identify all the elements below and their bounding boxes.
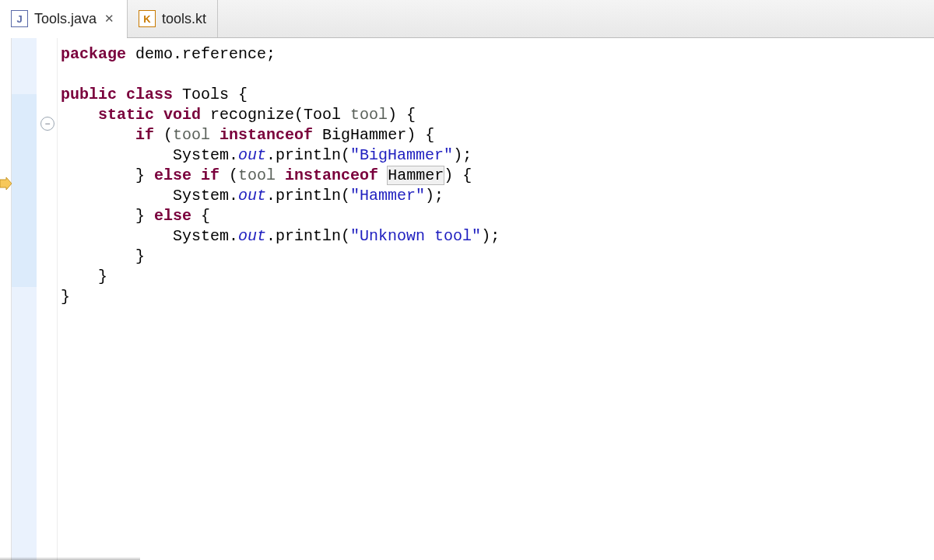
code-line: static void recognize(Tool tool) { <box>61 106 416 124</box>
code-line: } <box>61 288 70 306</box>
code-line: } else if (tool instanceof Hammer) { <box>61 166 472 184</box>
code-line: System.out.println("Unknown tool"); <box>61 227 500 245</box>
code-line <box>61 65 70 83</box>
code-line: } <box>61 268 107 285</box>
java-file-icon: J <box>11 10 28 27</box>
code-line: System.out.println("BigHammer"); <box>61 146 472 164</box>
code-line: System.out.println("Hammer"); <box>61 187 444 205</box>
tab-tools-java[interactable]: J Tools.java ✕ <box>0 0 128 37</box>
tab-label: tools.kt <box>162 11 206 27</box>
code-line: public class Tools { <box>61 86 248 103</box>
tab-label: Tools.java <box>34 11 97 27</box>
code-area[interactable]: package demo.reference; public class Too… <box>58 38 934 560</box>
highlighted-token-hammer: Hammer <box>388 166 444 184</box>
tab-bar: J Tools.java ✕ K tools.kt <box>0 0 934 38</box>
annotation-ruler <box>0 38 12 560</box>
execution-pointer-icon <box>0 177 12 191</box>
bottom-shadow <box>0 557 140 560</box>
close-icon[interactable]: ✕ <box>103 12 116 26</box>
code-line: } else { <box>61 207 210 225</box>
change-region <box>12 94 37 287</box>
code-line: package demo.reference; <box>61 45 276 63</box>
code-line: if (tool instanceof BigHammer) { <box>61 126 434 144</box>
change-ruler <box>12 38 37 560</box>
fold-collapse-icon[interactable]: − <box>40 117 54 131</box>
editor-body: − package demo.reference; public class T… <box>0 38 934 560</box>
gutter: − <box>0 38 58 560</box>
folding-ruler: − <box>37 38 58 560</box>
code-line: } <box>61 247 145 265</box>
tab-tools-kt[interactable]: K tools.kt <box>128 0 218 37</box>
editor-container: J Tools.java ✕ K tools.kt − package demo… <box>0 0 934 560</box>
kotlin-file-icon: K <box>139 10 156 27</box>
